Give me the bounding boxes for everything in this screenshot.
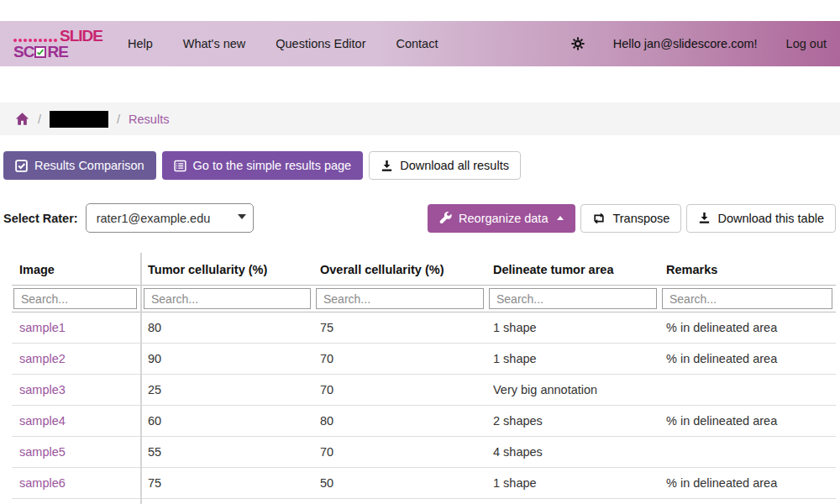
logo-text-line2-suffix: RE [47, 44, 67, 60]
table-actions-toolbar: Reorganize data Transpose Download this … [428, 204, 836, 233]
cell-remarks: % in delineated area [660, 312, 836, 344]
cell-tumor-cellularity: 75 [141, 468, 314, 499]
nav-right: Hello jan@slidescore.com! Log out [571, 37, 827, 50]
logo-text-line2-prefix: SC [13, 44, 34, 60]
table-row: sample1 80 75 1 shape % in delineated ar… [12, 312, 836, 344]
cell-tumor-cellularity: 55 [141, 437, 314, 468]
cell-tumor-cellularity: 80 [141, 312, 314, 344]
rater-select[interactable]: rater1@example.edu [86, 203, 254, 233]
nav-item-questions-editor[interactable]: Questions Editor [276, 37, 365, 50]
nav-item-contact[interactable]: Contact [396, 37, 438, 50]
table-row: sample6 75 50 1 shape % in delineated ar… [12, 468, 836, 499]
reorganize-data-label: Reorganize data [459, 212, 548, 225]
cell-remarks: % in delineated area [660, 406, 836, 437]
results-comparison-button[interactable]: Results Comparison [3, 151, 156, 180]
cell-tumor-cellularity: 60 [141, 406, 314, 437]
download-icon [381, 160, 393, 172]
cell-remarks [660, 437, 836, 468]
nav-item-whats-new[interactable]: What's new [183, 37, 246, 50]
cell-overall-cellularity: 75 [314, 312, 487, 344]
wrench-icon [439, 212, 452, 224]
column-header-remarks[interactable]: Remarks [660, 253, 836, 286]
caret-up-icon [557, 216, 564, 220]
cell-delineate-tumor-area: 2 shapes [487, 406, 660, 437]
actions-toolbar: Results Comparison Go to the simple resu… [3, 151, 840, 180]
search-input-image[interactable] [13, 288, 137, 309]
breadcrumb: / / Results [0, 102, 840, 135]
cell-remarks: % in delineated area [660, 468, 836, 499]
cell-tumor-cellularity: 25 [141, 375, 314, 406]
image-link[interactable]: sample3 [19, 383, 66, 396]
cell-delineate-tumor-area: 1 shape [487, 468, 660, 499]
download-all-results-button[interactable]: Download all results [369, 151, 521, 180]
table-row: sample4 60 80 2 shapes % in delineated a… [12, 406, 836, 437]
column-header-image[interactable]: Image [12, 253, 141, 286]
check-square-icon [15, 160, 28, 172]
select-rater-label: Select Rater: [3, 212, 78, 225]
breadcrumb-separator: / [38, 113, 41, 126]
search-input-overall-cellularity[interactable] [316, 288, 484, 309]
logout-link[interactable]: Log out [786, 37, 827, 50]
search-input-delineate-tumor-area[interactable] [489, 288, 657, 309]
rater-row: Select Rater: rater1@example.edu Reorgan… [3, 203, 836, 233]
cell-delineate-tumor-area: 4 shapes [487, 437, 660, 468]
logo-check-icon [34, 46, 46, 58]
table-search-row [12, 286, 836, 312]
breadcrumb-separator: / [117, 113, 120, 126]
cell-delineate-tumor-area: 1 shape [487, 312, 660, 344]
rater-select-wrap: rater1@example.edu [86, 203, 254, 233]
results-comparison-label: Results Comparison [34, 159, 144, 172]
simple-results-page-button[interactable]: Go to the simple results page [162, 151, 364, 180]
simple-results-page-label: Go to the simple results page [193, 159, 352, 172]
cell-remarks [660, 375, 836, 406]
navbar: SLIDE SC RE Help What's new Questions Ed… [0, 21, 840, 66]
cell-delineate-tumor-area: Very big annotation [487, 375, 660, 406]
transpose-label: Transpose [612, 212, 669, 225]
image-link[interactable]: sample2 [19, 352, 66, 365]
nav-links: Help What's new Questions Editor Contact [128, 37, 438, 50]
list-icon [174, 160, 186, 172]
user-greeting: Hello jan@slidescore.com! [613, 37, 758, 50]
image-link[interactable]: sample1 [19, 321, 66, 334]
image-link[interactable]: sample5 [19, 445, 66, 459]
results-table: Image Tumor cellularity (%) Overall cell… [12, 253, 836, 504]
logo-dots-icon [13, 39, 57, 42]
download-this-table-label: Download this table [717, 212, 824, 225]
cell-overall-cellularity: 50 [314, 468, 487, 499]
column-header-delineate-tumor-area[interactable]: Delineate tumor area [487, 253, 660, 286]
breadcrumb-current: Results [129, 113, 169, 126]
logo-text-line2: SC RE [13, 44, 102, 60]
download-icon [698, 212, 711, 224]
search-input-tumor-cellularity[interactable] [144, 288, 311, 309]
reorganize-data-button[interactable]: Reorganize data [428, 204, 575, 233]
gear-icon[interactable] [571, 37, 585, 50]
logo-text-line1: SLIDE [60, 28, 102, 44]
column-header-tumor-cellularity[interactable]: Tumor cellularity (%) [141, 253, 314, 286]
download-all-results-label: Download all results [400, 159, 509, 172]
image-link[interactable]: sample6 [19, 476, 66, 490]
breadcrumb-study-redacted[interactable] [50, 111, 108, 128]
cell-delineate-tumor-area: 1 shape [487, 344, 660, 375]
table-row: sample5 55 70 4 shapes [12, 437, 836, 468]
cell-remarks: % in delineated area [660, 344, 836, 375]
nav-item-help[interactable]: Help [128, 37, 153, 50]
search-input-remarks[interactable] [662, 288, 832, 309]
cell-tumor-cellularity: 90 [141, 344, 314, 375]
table-row: sample3 25 70 Very big annotation [12, 375, 836, 406]
transpose-icon [592, 212, 606, 225]
transpose-button[interactable]: Transpose [580, 204, 681, 233]
cell-overall-cellularity: 70 [314, 375, 487, 406]
cell-overall-cellularity: 80 [314, 406, 487, 437]
home-icon[interactable] [15, 112, 29, 126]
cell-overall-cellularity: 70 [314, 344, 487, 375]
table-row: sample2 90 70 1 shape % in delineated ar… [12, 344, 836, 375]
table-bottom-stub [12, 499, 836, 504]
table-header-row: Image Tumor cellularity (%) Overall cell… [12, 253, 836, 286]
slidescore-logo[interactable]: SLIDE SC RE [13, 28, 102, 60]
download-this-table-button[interactable]: Download this table [686, 204, 836, 233]
logo-top: SLIDE [13, 28, 102, 44]
column-header-overall-cellularity[interactable]: Overall cellularity (%) [314, 253, 487, 286]
image-link[interactable]: sample4 [19, 414, 66, 428]
cell-overall-cellularity: 70 [314, 437, 487, 468]
